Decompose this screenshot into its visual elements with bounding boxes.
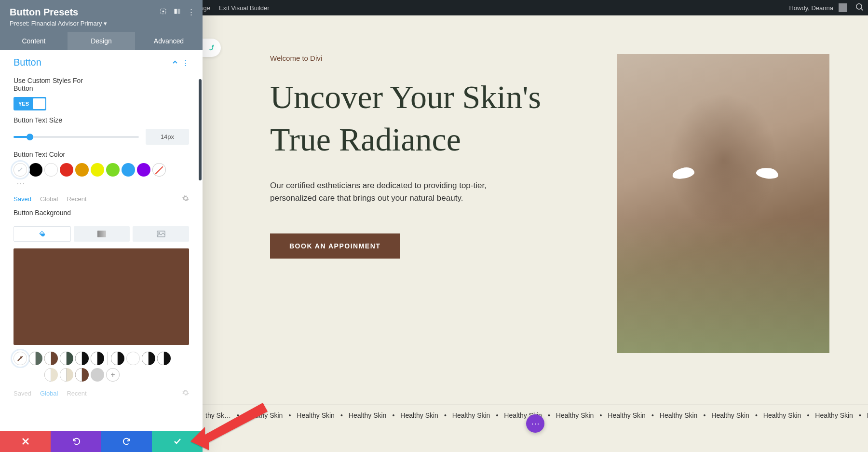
tab-advanced[interactable]: Advanced <box>135 32 203 50</box>
svg-point-1 <box>163 11 164 13</box>
color-swatch[interactable] <box>75 163 89 177</box>
use-custom-label: Use Custom Styles For Button <box>14 77 91 92</box>
slider-thumb[interactable] <box>27 134 33 140</box>
section-kebab-icon[interactable]: ⋮ <box>182 58 189 67</box>
exit-visual-builder-link[interactable]: Exit Visual Builder <box>215 0 274 15</box>
svg-rect-3 <box>177 9 180 14</box>
global-swatch[interactable] <box>142 352 155 365</box>
svg-point-6 <box>158 233 159 233</box>
eyebrow-text[interactable]: Welcome to Divi <box>270 54 579 62</box>
global-swatch[interactable] <box>91 352 104 365</box>
section-button-head[interactable]: Button ⋮ <box>0 50 203 71</box>
search-toggle[interactable] <box>852 0 868 15</box>
panel-scrollbar[interactable] <box>199 79 202 180</box>
bg-tab-gradient[interactable] <box>74 226 130 242</box>
bg-color-preview[interactable] <box>14 248 189 345</box>
more-swatches-icon[interactable]: ⋯ <box>14 177 189 190</box>
text-color-swatches <box>14 163 189 177</box>
search-icon <box>856 3 864 13</box>
palette-tab-global[interactable]: Global <box>40 195 58 203</box>
hero-title[interactable]: Uncover Your Skin's True Radiance <box>270 76 579 161</box>
scope-icon[interactable] <box>160 8 167 16</box>
bg-tab-image[interactable] <box>133 226 189 242</box>
panel-header: Button Presets Preset: Financial Advisor… <box>0 0 203 32</box>
global-swatch[interactable] <box>44 368 58 382</box>
swatch-divider <box>107 352 108 365</box>
color-swatch[interactable] <box>60 163 73 177</box>
section-title: Button <box>14 57 41 68</box>
global-swatch[interactable] <box>60 368 73 382</box>
toggle-yes-label: YES <box>14 101 33 107</box>
builder-fab[interactable]: ⋯ <box>526 414 544 433</box>
global-swatch[interactable] <box>111 352 124 365</box>
svg-rect-2 <box>175 9 177 14</box>
expand-canvas-tab[interactable] <box>203 39 221 57</box>
color-palette-tabs: Saved Global Recent <box>0 190 203 203</box>
global-swatch[interactable] <box>60 352 73 365</box>
panel-footer <box>0 431 203 452</box>
button-background-field: Button Background <box>0 203 203 217</box>
cancel-button[interactable] <box>0 431 51 452</box>
global-swatch[interactable] <box>126 352 140 365</box>
kebab-menu-icon[interactable]: ⋮ <box>188 8 195 16</box>
add-global-color[interactable]: + <box>106 368 120 382</box>
preset-name: Preset: Financial Advisor Primary <box>10 20 102 27</box>
preset-selector[interactable]: Preset: Financial Advisor Primary ▾ <box>10 20 193 27</box>
palette-tab-saved[interactable]: Saved <box>14 390 31 397</box>
global-swatch[interactable] <box>157 352 171 365</box>
save-button[interactable] <box>152 431 203 452</box>
color-swatch[interactable] <box>29 163 42 177</box>
panel-tabs: Content Design Advanced <box>0 32 203 50</box>
text-size-input[interactable] <box>146 129 189 145</box>
palette-tab-saved[interactable]: Saved <box>14 195 31 203</box>
global-swatch[interactable] <box>75 352 89 365</box>
tab-content[interactable]: Content <box>0 32 68 50</box>
color-swatch-selected[interactable] <box>14 163 27 177</box>
bg-label: Button Background <box>14 209 189 217</box>
redo-button[interactable] <box>101 431 152 452</box>
undo-button[interactable] <box>51 431 101 452</box>
button-presets-panel: Button Presets Preset: Financial Advisor… <box>0 0 203 452</box>
collapse-icon[interactable] <box>172 58 178 67</box>
color-swatch[interactable] <box>106 163 120 177</box>
tab-design[interactable]: Design <box>68 32 135 50</box>
color-swatch[interactable] <box>122 163 135 177</box>
hero-text-column: Welcome to Divi Uncover Your Skin's True… <box>270 54 579 353</box>
palette-tab-recent[interactable]: Recent <box>67 195 86 203</box>
palette-tab-recent[interactable]: Recent <box>67 390 86 397</box>
hero-image[interactable] <box>617 54 829 353</box>
svg-rect-4 <box>97 231 106 237</box>
text-size-label: Button Text Size <box>14 116 189 124</box>
color-swatch[interactable] <box>91 163 104 177</box>
palette-settings-icon[interactable] <box>182 389 189 397</box>
account-link[interactable]: Howdy, Deanna <box>785 0 852 15</box>
text-size-slider[interactable] <box>14 136 139 138</box>
bg-tab-color[interactable] <box>14 226 71 242</box>
eyedropper-swatch[interactable] <box>14 352 27 365</box>
palette-settings-icon[interactable] <box>182 195 189 203</box>
bg-palette-tabs: Saved Global Recent <box>0 384 203 397</box>
global-color-palette: + <box>0 345 203 382</box>
text-color-field: Button Text Color ⋯ <box>0 145 203 190</box>
global-swatch[interactable] <box>44 352 58 365</box>
avatar <box>839 3 847 12</box>
exit-vb-label: Exit Visual Builder <box>219 4 270 12</box>
book-appointment-button[interactable]: BOOK AN APPOINMENT <box>270 233 400 259</box>
use-custom-toggle[interactable]: YES <box>14 97 46 110</box>
color-swatch[interactable] <box>44 163 58 177</box>
global-swatch[interactable] <box>91 368 104 382</box>
global-swatch[interactable] <box>75 368 89 382</box>
layout-icon[interactable] <box>174 8 181 16</box>
color-swatch[interactable] <box>137 163 150 177</box>
bg-type-tabs <box>0 221 203 242</box>
text-size-field: Button Text Size <box>0 110 203 145</box>
hero-body[interactable]: Our certified estheticians are dedicated… <box>270 179 487 205</box>
color-swatch-none[interactable] <box>152 163 166 177</box>
palette-tab-global[interactable]: Global <box>40 390 58 397</box>
chevron-down-icon: ▾ <box>104 20 107 27</box>
global-swatch[interactable] <box>29 352 42 365</box>
face-cream-swatch <box>672 166 695 180</box>
use-custom-field: Use Custom Styles For Button YES <box>0 71 203 110</box>
face-cream-swatch <box>756 166 779 179</box>
greeting-text: Howdy, Deanna <box>789 4 833 12</box>
